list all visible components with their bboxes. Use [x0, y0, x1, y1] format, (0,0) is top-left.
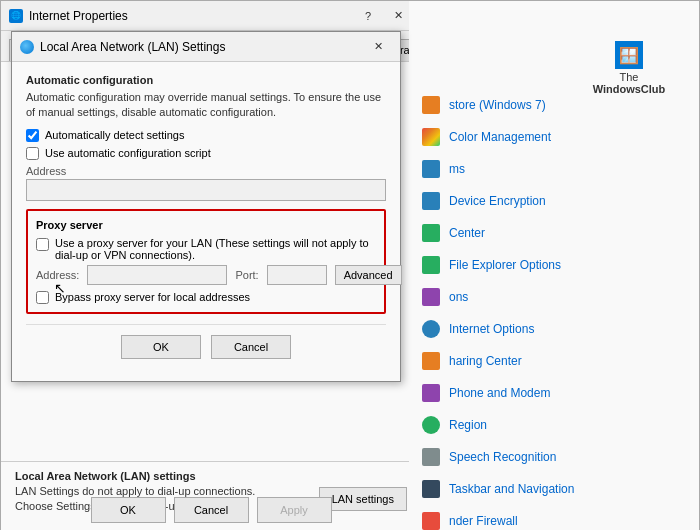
- proxy-checkbox[interactable]: [36, 238, 49, 251]
- lan-settings-title: Local Area Network (LAN) settings: [15, 470, 407, 482]
- proxy-address-label: Address:: [36, 269, 79, 281]
- lan-close-button[interactable]: ✕: [364, 37, 392, 57]
- panel-item-device-label: Device Encryption: [449, 194, 546, 208]
- auto-detect-row: Automatically detect settings: [26, 129, 386, 142]
- lan-ok-button[interactable]: OK: [121, 335, 201, 359]
- right-panel: 🪟 The WindowsClub store (Windows 7) Colo…: [409, 1, 699, 530]
- proxy-bypass-label: Bypass proxy server for local addresses: [55, 291, 250, 303]
- auto-config-script-row: Use automatic configuration script: [26, 147, 386, 160]
- auto-detect-checkbox[interactable]: [26, 129, 39, 142]
- minimize-button[interactable]: ?: [354, 6, 382, 26]
- wc-branding: 🪟 The WindowsClub: [569, 41, 689, 95]
- speech-recognition-icon: [421, 447, 441, 467]
- ip-titlebar-left: 🌐 Internet Properties: [9, 9, 128, 23]
- panel-item-store-label: store (Windows 7): [449, 98, 546, 112]
- auto-config-script-checkbox[interactable]: [26, 147, 39, 160]
- proxy-server-section: Proxy server Use a proxy server for your…: [26, 209, 386, 314]
- panel-item-speech-label: Speech Recognition: [449, 450, 556, 464]
- panel-item-color[interactable]: Color Management: [409, 121, 699, 153]
- panel-item-internet-label: Internet Options: [449, 322, 534, 336]
- auto-config-title: Automatic configuration: [26, 74, 386, 86]
- lan-dialog-buttons: OK Cancel: [26, 324, 386, 369]
- internet-icon: 🌐: [9, 9, 23, 23]
- main-window: 🌐 Internet Properties ? ✕ General Securi…: [0, 0, 700, 530]
- ok-button[interactable]: OK: [91, 497, 166, 523]
- ip-titlebar: 🌐 Internet Properties ? ✕: [1, 1, 420, 31]
- lan-dialog: Local Area Network (LAN) Settings ✕ Auto…: [11, 31, 401, 382]
- lan-dialog-title: Local Area Network (LAN) Settings: [40, 40, 225, 54]
- store-icon: [421, 95, 441, 115]
- cancel-button[interactable]: Cancel: [174, 497, 249, 523]
- panel-item-center-label: Center: [449, 226, 485, 240]
- panel-item-region[interactable]: Region: [409, 409, 699, 441]
- firewall-icon: [421, 511, 441, 530]
- auto-config-desc: Automatic configuration may override man…: [26, 90, 386, 121]
- taskbar-icon: [421, 479, 441, 499]
- phone-modem-icon: [421, 383, 441, 403]
- titlebar-controls: ? ✕: [354, 6, 412, 26]
- color-management-icon: [421, 127, 441, 147]
- panel-item-sharing-label: haring Center: [449, 354, 522, 368]
- lan-cancel-button[interactable]: Cancel: [211, 335, 291, 359]
- auto-detect-label: Automatically detect settings: [45, 129, 184, 141]
- proxy-advanced-button[interactable]: Advanced: [335, 265, 402, 285]
- main-buttons-bar: OK Cancel Apply: [1, 497, 421, 523]
- panel-item-firewall-label: nder Firewall: [449, 514, 518, 528]
- panel-item-ons-label: ons: [449, 290, 468, 304]
- wc-text: The WindowsClub: [593, 71, 666, 95]
- device-encryption-icon: [421, 191, 441, 211]
- ons-icon: [421, 287, 441, 307]
- panel-item-speech[interactable]: Speech Recognition: [409, 441, 699, 473]
- proxy-checkbox-row: Use a proxy server for your LAN (These s…: [36, 237, 376, 261]
- panel-item-center[interactable]: Center: [409, 217, 699, 249]
- address-field-group: Address: [26, 165, 386, 201]
- panel-item-phone-label: Phone and Modem: [449, 386, 550, 400]
- panel-item-device[interactable]: Device Encryption: [409, 185, 699, 217]
- panel-item-phone[interactable]: Phone and Modem: [409, 377, 699, 409]
- panel-item-ons[interactable]: ons: [409, 281, 699, 313]
- panel-item-ms-label: ms: [449, 162, 465, 176]
- lan-titlebar: Local Area Network (LAN) Settings ✕: [12, 32, 400, 62]
- internet-options-icon: [421, 319, 441, 339]
- close-button[interactable]: ✕: [384, 6, 412, 26]
- region-icon: [421, 415, 441, 435]
- panel-item-ms[interactable]: ms: [409, 153, 699, 185]
- proxy-bypass-checkbox[interactable]: [36, 291, 49, 304]
- address-input[interactable]: [26, 179, 386, 201]
- panel-item-sharing[interactable]: haring Center: [409, 345, 699, 377]
- panel-item-taskbar[interactable]: Taskbar and Navigation: [409, 473, 699, 505]
- address-label: Address: [26, 165, 386, 177]
- center-icon: [421, 223, 441, 243]
- lan-titlebar-left: Local Area Network (LAN) Settings: [20, 40, 225, 54]
- apply-button[interactable]: Apply: [257, 497, 332, 523]
- panel-item-file-explorer-label: File Explorer Options: [449, 258, 561, 272]
- proxy-port-input[interactable]: [267, 265, 327, 285]
- sharing-center-icon: [421, 351, 441, 371]
- proxy-fields: Address: Port: Advanced: [36, 265, 376, 285]
- panel-item-region-label: Region: [449, 418, 487, 432]
- panel-item-firewall[interactable]: nder Firewall: [409, 505, 699, 530]
- auto-config-script-label: Use automatic configuration script: [45, 147, 211, 159]
- ms-icon: [421, 159, 441, 179]
- lan-dialog-content: Automatic configuration Automatic config…: [12, 62, 400, 381]
- proxy-address-input[interactable]: [87, 265, 227, 285]
- panel-item-taskbar-label: Taskbar and Navigation: [449, 482, 574, 496]
- panel-item-file-explorer[interactable]: File Explorer Options: [409, 249, 699, 281]
- lan-globe-icon: [20, 40, 34, 54]
- proxy-port-label: Port:: [235, 269, 258, 281]
- ip-window-title: Internet Properties: [29, 9, 128, 23]
- proxy-bypass-row: Bypass proxy server for local addresses: [36, 291, 376, 304]
- proxy-server-title: Proxy server: [36, 219, 376, 231]
- panel-item-internet[interactable]: Internet Options: [409, 313, 699, 345]
- proxy-checkbox-label: Use a proxy server for your LAN (These s…: [55, 237, 376, 261]
- panel-item-color-label: Color Management: [449, 130, 551, 144]
- file-explorer-icon: [421, 255, 441, 275]
- wc-logo-icon: 🪟: [615, 41, 643, 69]
- panel-items-container: store (Windows 7) Color Management ms De…: [409, 89, 699, 530]
